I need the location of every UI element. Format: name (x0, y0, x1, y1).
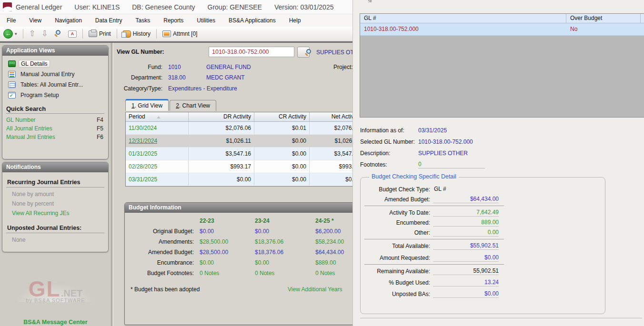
divider (360, 318, 642, 319)
toolbar-separator (156, 29, 157, 39)
down-arrow-icon: ⇩ (41, 30, 48, 38)
manual-jrnl-entries-link[interactable]: Manual Jrnl Entries (6, 134, 97, 140)
journal-entry-icon (8, 71, 16, 78)
gl-lookup-button[interactable] (297, 47, 310, 58)
column-header-over-budget[interactable]: Over Budget (566, 14, 641, 23)
gl-number-input[interactable] (209, 47, 294, 57)
back-dropdown-caret-icon[interactable]: ▾ (15, 31, 17, 36)
fund-name: GENERAL FUND (206, 64, 251, 70)
none-by-percent-text: None by percent (2, 199, 108, 208)
bsa-app-icon (3, 2, 12, 11)
sidebar-item-manual-journal-entry[interactable]: Manual Journal Entry (2, 69, 108, 79)
all-journal-entries-link[interactable]: All Journal Entries (6, 125, 97, 132)
budget-row-footnotes: Budget Footnotes: 0 Notes 0 Notes 0 Note… (125, 268, 392, 278)
title-group: Group: GENESEE (208, 3, 262, 11)
divider (6, 113, 104, 114)
quick-search-manual-jrnl-entries[interactable]: Manual Jrnl Entries F6 (2, 133, 108, 141)
navigate-up-button[interactable]: ⇧ (28, 29, 37, 39)
print-button[interactable]: Print (87, 30, 112, 38)
view-all-recurring-jes-link[interactable]: View All Recurring JEs (2, 208, 108, 218)
tab-grid-view[interactable]: 1. Grid View (125, 99, 169, 111)
table-row[interactable]: 02/28/2025 $993.17 $0.00 $993.17 (126, 160, 363, 173)
menu-help[interactable]: Help (282, 15, 308, 26)
notifications-header: Notifications (2, 162, 108, 172)
logo-byline: by BS&A SOFTWARE (0, 297, 111, 303)
menu-reports[interactable]: Reports (157, 15, 190, 26)
history-button[interactable]: History (121, 30, 152, 39)
period-link[interactable]: 02/28/2025 (126, 160, 189, 173)
magnifier-icon (54, 30, 62, 38)
original-budget-23-24: $0.00 (249, 228, 310, 235)
table-row[interactable]: 01/31/2025 $3,547.16 $0.00 $3,547.16 (126, 148, 363, 160)
menubar: File View Navigation Data Entry Tasks Re… (0, 14, 352, 27)
quick-search-gl-number[interactable]: GL Number F4 (2, 116, 108, 124)
column-header-period[interactable]: Period (126, 112, 189, 121)
period-link[interactable]: 11/30/2024 (126, 122, 189, 134)
column-header-cr-activity[interactable]: CR Activity (254, 112, 310, 121)
other-value: 0.00 (433, 229, 499, 237)
period-activity-grid: Period DR Activity CR Activity Net Activ… (125, 112, 363, 187)
divider (6, 233, 104, 233)
menu-view[interactable]: View (22, 15, 48, 26)
table-row[interactable]: 03/31/2025 $0.00 $0.00 $0.00 (126, 173, 363, 186)
sidebar-item-program-setup[interactable]: Program Setup (2, 90, 108, 100)
footnotes-value-link[interactable]: 0 (418, 161, 485, 168)
logo-net-text: .NET (61, 288, 83, 298)
grid-header-row: Period DR Activity CR Activity Net Activ… (126, 112, 363, 122)
table-row[interactable]: 1010-318.00-752.000 No (360, 23, 644, 36)
period-link[interactable]: 12/31/2024 (126, 135, 189, 147)
quick-search-title: Quick Search (2, 100, 108, 113)
fund-code: 1010 (168, 64, 181, 70)
divider (364, 206, 504, 206)
menu-bsa-applications[interactable]: BS&A Applications (222, 15, 282, 26)
sidebar-item-tables[interactable]: Tables: All Journal Entr... (2, 79, 108, 90)
column-header-gl-number[interactable]: GL # (360, 14, 566, 23)
original-budget-22-23: $0.00 (194, 228, 249, 235)
year-23-24: 23-24 (249, 217, 310, 224)
budget-check-type-label: Budget Check Type: (361, 186, 433, 193)
history-icon (123, 30, 131, 38)
attachments-button[interactable]: Attmnt [0] (161, 30, 199, 38)
table-row-selected[interactable]: 12/31/2024 $1,026.11 $0.00 $1,026.11 (126, 135, 363, 148)
quick-search-all-journal-entries[interactable]: All Journal Entries F5 (2, 124, 108, 133)
selected-gl-number-value: 1010-318.00-752.000 (418, 138, 473, 145)
amended-budget-22-23: $28,500.00 (194, 249, 249, 256)
category-type-value: Expenditures - Expenditure (168, 85, 237, 92)
table-row[interactable]: 11/30/2024 $2,076.06 $0.01 $2,076.05 (126, 122, 363, 135)
tab-chart-view[interactable]: 2. Chart View (170, 100, 216, 111)
amended-budget-23-24: $18,376.06 (249, 249, 310, 256)
gl-number-link[interactable]: GL Number (6, 117, 97, 123)
menu-tasks[interactable]: Tasks (129, 15, 157, 26)
menu-file[interactable]: File (0, 15, 22, 26)
amount-requested-label: Amount Requested: (361, 255, 433, 261)
back-button[interactable]: ← ▾ (2, 28, 19, 40)
menu-utilities[interactable]: Utilities (190, 15, 222, 26)
divider (6, 187, 104, 188)
recurring-journal-entries-title: Recurring Journal Entries (2, 172, 108, 187)
dr-activity-cell: $993.17 (189, 160, 254, 173)
view-tabs: 1. Grid View 2. Chart View (125, 99, 217, 111)
column-header-dr-activity[interactable]: DR Activity (189, 112, 254, 121)
footnotes-link-23-24[interactable]: 0 Notes (249, 270, 310, 277)
gl-details-label: GL Details (19, 60, 50, 68)
back-arrow-icon: ← (3, 29, 13, 39)
budget-row-original: Original Budget: $0.00 $0.00 $6,200.00 (125, 226, 392, 237)
print-label: Print (99, 30, 111, 37)
period-link[interactable]: 03/31/2025 (126, 173, 189, 186)
bsa-message-center-link[interactable]: BS&A Message Center (0, 319, 111, 326)
search-button[interactable] (52, 29, 64, 39)
menu-data-entry[interactable]: Data Entry (89, 15, 129, 26)
view-additional-years-link[interactable]: View Additional Years (288, 286, 342, 293)
amended-budget-label: Amended Budget: (361, 196, 433, 203)
encumbrance-23-24: $0.00 (249, 259, 310, 266)
window-title-fragment: g (368, 0, 372, 2)
unposted-none-text: None (2, 235, 108, 245)
record-finder-button[interactable]: A (67, 30, 78, 39)
attachment-icon (162, 30, 171, 37)
period-link[interactable]: 01/31/2025 (126, 148, 189, 160)
menu-navigation[interactable]: Navigation (48, 15, 89, 26)
footnotes-link-22-23[interactable]: 0 Notes (194, 270, 249, 277)
navigate-down-button[interactable]: ⇩ (40, 29, 50, 39)
sidebar-item-gl-details[interactable]: GL Details (2, 59, 108, 69)
toolbar-separator (117, 29, 117, 39)
